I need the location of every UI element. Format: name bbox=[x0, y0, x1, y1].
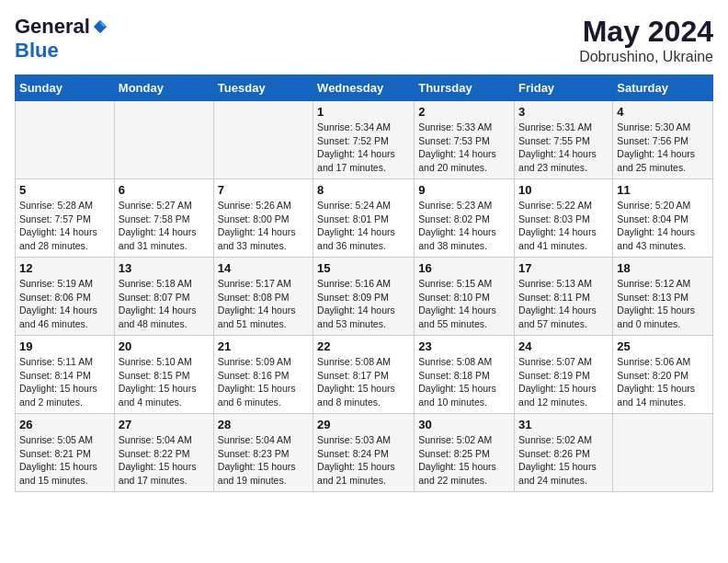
day-detail: Sunrise: 5:15 AM Sunset: 8:10 PM Dayligh… bbox=[418, 277, 510, 331]
day-detail: Sunrise: 5:02 AM Sunset: 8:26 PM Dayligh… bbox=[518, 433, 609, 488]
weekday-header: Tuesday bbox=[213, 75, 313, 101]
day-detail: Sunrise: 5:30 AM Sunset: 7:56 PM Dayligh… bbox=[617, 121, 709, 175]
calendar-cell: 12 Sunrise: 5:19 AM Sunset: 8:06 PM Dayl… bbox=[16, 258, 115, 336]
day-number: 24 bbox=[518, 339, 609, 353]
day-detail: Sunrise: 5:28 AM Sunset: 7:57 PM Dayligh… bbox=[19, 199, 110, 253]
day-number: 2 bbox=[418, 105, 510, 119]
calendar-cell bbox=[613, 414, 713, 492]
logo-icon bbox=[92, 18, 108, 35]
day-detail: Sunrise: 5:31 AM Sunset: 7:55 PM Dayligh… bbox=[518, 121, 609, 175]
calendar-week-row: 1 Sunrise: 5:34 AM Sunset: 7:52 PM Dayli… bbox=[16, 101, 713, 179]
day-number: 31 bbox=[518, 418, 609, 431]
day-detail: Sunrise: 5:12 AM Sunset: 8:13 PM Dayligh… bbox=[617, 277, 709, 331]
calendar-cell bbox=[16, 101, 115, 179]
calendar-cell: 22 Sunrise: 5:08 AM Sunset: 8:17 PM Dayl… bbox=[313, 336, 415, 414]
title-block: May 2024 Dobrushino, Ukraine bbox=[579, 15, 713, 65]
calendar-cell: 17 Sunrise: 5:13 AM Sunset: 8:11 PM Dayl… bbox=[515, 258, 613, 336]
calendar-cell: 9 Sunrise: 5:23 AM Sunset: 8:02 PM Dayli… bbox=[415, 179, 515, 258]
day-number: 15 bbox=[317, 261, 410, 275]
day-number: 5 bbox=[19, 183, 110, 197]
page-header: General Blue May 2024 Dobrushino, Ukrain… bbox=[15, 15, 713, 65]
day-number: 23 bbox=[418, 339, 510, 353]
logo-general: General bbox=[15, 15, 90, 39]
calendar-cell: 31 Sunrise: 5:02 AM Sunset: 8:26 PM Dayl… bbox=[515, 414, 613, 492]
calendar-cell bbox=[114, 101, 213, 179]
day-detail: Sunrise: 5:07 AM Sunset: 8:19 PM Dayligh… bbox=[518, 355, 609, 409]
logo-blue: Blue bbox=[15, 39, 108, 63]
day-number: 10 bbox=[518, 183, 609, 197]
calendar-cell: 29 Sunrise: 5:03 AM Sunset: 8:24 PM Dayl… bbox=[313, 414, 415, 492]
calendar-week-row: 5 Sunrise: 5:28 AM Sunset: 7:57 PM Dayli… bbox=[16, 179, 713, 258]
calendar-cell: 24 Sunrise: 5:07 AM Sunset: 8:19 PM Dayl… bbox=[515, 336, 613, 414]
day-detail: Sunrise: 5:11 AM Sunset: 8:14 PM Dayligh… bbox=[19, 355, 110, 409]
day-number: 11 bbox=[617, 183, 709, 197]
day-detail: Sunrise: 5:06 AM Sunset: 8:20 PM Dayligh… bbox=[617, 355, 709, 409]
calendar-cell: 6 Sunrise: 5:27 AM Sunset: 7:58 PM Dayli… bbox=[114, 179, 213, 258]
page-subtitle: Dobrushino, Ukraine bbox=[579, 49, 713, 65]
weekday-header: Thursday bbox=[415, 75, 515, 101]
logo-text: General Blue bbox=[15, 15, 108, 63]
day-number: 28 bbox=[218, 418, 309, 431]
day-number: 16 bbox=[418, 261, 510, 275]
day-number: 13 bbox=[119, 261, 210, 275]
calendar-week-row: 26 Sunrise: 5:05 AM Sunset: 8:21 PM Dayl… bbox=[16, 414, 713, 492]
calendar-cell: 14 Sunrise: 5:17 AM Sunset: 8:08 PM Dayl… bbox=[213, 258, 313, 336]
weekday-header: Sunday bbox=[16, 75, 115, 101]
weekday-header: Wednesday bbox=[313, 75, 415, 101]
calendar-cell: 15 Sunrise: 5:16 AM Sunset: 8:09 PM Dayl… bbox=[313, 258, 415, 336]
day-detail: Sunrise: 5:26 AM Sunset: 8:00 PM Dayligh… bbox=[218, 199, 309, 253]
day-number: 19 bbox=[19, 339, 110, 353]
day-detail: Sunrise: 5:19 AM Sunset: 8:06 PM Dayligh… bbox=[19, 277, 110, 331]
calendar-cell: 16 Sunrise: 5:15 AM Sunset: 8:10 PM Dayl… bbox=[415, 258, 515, 336]
calendar-cell: 11 Sunrise: 5:20 AM Sunset: 8:04 PM Dayl… bbox=[613, 179, 713, 258]
calendar-cell: 25 Sunrise: 5:06 AM Sunset: 8:20 PM Dayl… bbox=[613, 336, 713, 414]
calendar-week-row: 19 Sunrise: 5:11 AM Sunset: 8:14 PM Dayl… bbox=[16, 336, 713, 414]
day-detail: Sunrise: 5:16 AM Sunset: 8:09 PM Dayligh… bbox=[317, 277, 410, 331]
day-number: 3 bbox=[518, 105, 609, 119]
day-number: 6 bbox=[119, 183, 210, 197]
day-detail: Sunrise: 5:23 AM Sunset: 8:02 PM Dayligh… bbox=[418, 199, 510, 253]
day-number: 20 bbox=[119, 339, 210, 353]
day-detail: Sunrise: 5:18 AM Sunset: 8:07 PM Dayligh… bbox=[119, 277, 210, 331]
weekday-header: Saturday bbox=[613, 75, 713, 101]
day-detail: Sunrise: 5:05 AM Sunset: 8:21 PM Dayligh… bbox=[19, 433, 110, 488]
day-detail: Sunrise: 5:08 AM Sunset: 8:18 PM Dayligh… bbox=[418, 355, 510, 409]
day-detail: Sunrise: 5:09 AM Sunset: 8:16 PM Dayligh… bbox=[218, 355, 309, 409]
day-number: 9 bbox=[418, 183, 510, 197]
day-number: 14 bbox=[218, 261, 309, 275]
day-number: 4 bbox=[617, 105, 709, 119]
calendar-cell: 19 Sunrise: 5:11 AM Sunset: 8:14 PM Dayl… bbox=[16, 336, 115, 414]
calendar-cell: 5 Sunrise: 5:28 AM Sunset: 7:57 PM Dayli… bbox=[16, 179, 115, 258]
day-detail: Sunrise: 5:27 AM Sunset: 7:58 PM Dayligh… bbox=[119, 199, 210, 253]
day-detail: Sunrise: 5:34 AM Sunset: 7:52 PM Dayligh… bbox=[317, 121, 410, 175]
day-number: 1 bbox=[317, 105, 410, 119]
calendar-cell: 28 Sunrise: 5:04 AM Sunset: 8:23 PM Dayl… bbox=[213, 414, 313, 492]
day-detail: Sunrise: 5:13 AM Sunset: 8:11 PM Dayligh… bbox=[518, 277, 609, 331]
calendar-cell: 30 Sunrise: 5:02 AM Sunset: 8:25 PM Dayl… bbox=[415, 414, 515, 492]
calendar-table: SundayMondayTuesdayWednesdayThursdayFrid… bbox=[15, 75, 713, 492]
weekday-header: Monday bbox=[114, 75, 213, 101]
calendar-cell: 18 Sunrise: 5:12 AM Sunset: 8:13 PM Dayl… bbox=[613, 258, 713, 336]
day-number: 30 bbox=[418, 418, 510, 431]
calendar-cell: 4 Sunrise: 5:30 AM Sunset: 7:56 PM Dayli… bbox=[613, 101, 713, 179]
day-number: 22 bbox=[317, 339, 410, 353]
calendar-cell: 7 Sunrise: 5:26 AM Sunset: 8:00 PM Dayli… bbox=[213, 179, 313, 258]
calendar-cell: 3 Sunrise: 5:31 AM Sunset: 7:55 PM Dayli… bbox=[515, 101, 613, 179]
weekday-header: Friday bbox=[515, 75, 613, 101]
day-number: 21 bbox=[218, 339, 309, 353]
logo: General Blue bbox=[15, 15, 108, 63]
calendar-cell: 20 Sunrise: 5:10 AM Sunset: 8:15 PM Dayl… bbox=[114, 336, 213, 414]
day-detail: Sunrise: 5:04 AM Sunset: 8:23 PM Dayligh… bbox=[218, 433, 309, 488]
day-detail: Sunrise: 5:08 AM Sunset: 8:17 PM Dayligh… bbox=[317, 355, 410, 409]
calendar-cell: 27 Sunrise: 5:04 AM Sunset: 8:22 PM Dayl… bbox=[114, 414, 213, 492]
day-number: 25 bbox=[617, 339, 709, 353]
day-number: 26 bbox=[19, 418, 110, 431]
day-number: 8 bbox=[317, 183, 410, 197]
calendar-cell bbox=[213, 101, 313, 179]
day-number: 12 bbox=[19, 261, 110, 275]
day-number: 27 bbox=[119, 418, 210, 431]
calendar-cell: 26 Sunrise: 5:05 AM Sunset: 8:21 PM Dayl… bbox=[16, 414, 115, 492]
calendar-cell: 21 Sunrise: 5:09 AM Sunset: 8:16 PM Dayl… bbox=[213, 336, 313, 414]
calendar-cell: 1 Sunrise: 5:34 AM Sunset: 7:52 PM Dayli… bbox=[313, 101, 415, 179]
day-detail: Sunrise: 5:33 AM Sunset: 7:53 PM Dayligh… bbox=[418, 121, 510, 175]
